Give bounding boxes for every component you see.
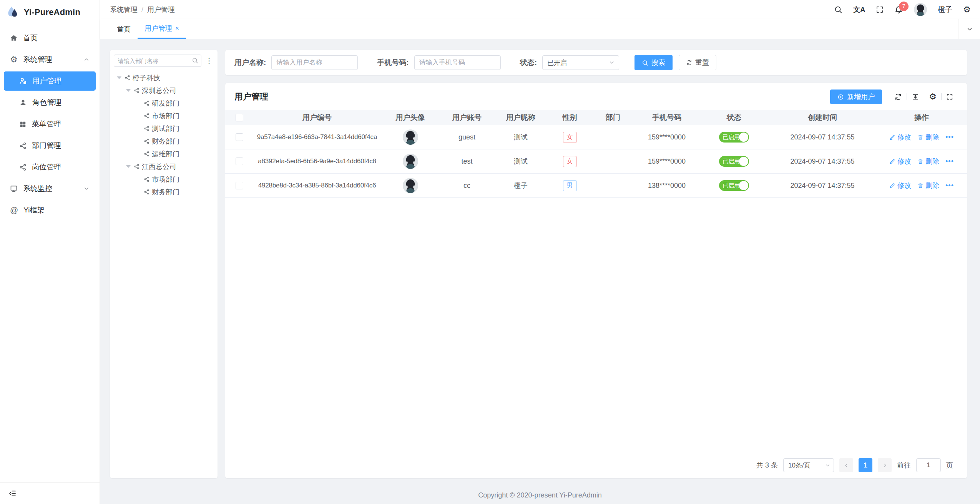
notification-badge: 7 <box>899 2 909 11</box>
app-logo[interactable]: Yi-PureAdmin <box>0 0 100 25</box>
delete-button[interactable]: 删除 <box>917 157 939 166</box>
column-header: 操作 <box>876 113 967 123</box>
status-toggle[interactable]: 已启用 <box>719 180 749 191</box>
add-user-button[interactable]: 新增用户 <box>830 90 882 104</box>
fullscreen-table-icon[interactable] <box>942 93 958 100</box>
tree-node[interactable]: 深圳总公司 <box>114 84 214 97</box>
edit-button[interactable]: 修改 <box>889 181 911 190</box>
goto-page-input[interactable] <box>916 458 941 472</box>
user-phone: 138****0000 <box>634 182 699 190</box>
column-header: 用户昵称 <box>494 113 548 123</box>
tree-node[interactable]: 江西总公司 <box>114 160 214 173</box>
user-icon <box>19 99 27 106</box>
tree-node[interactable]: 研发部门 <box>114 97 214 109</box>
created-time: 2024-09-07 14:37:55 <box>769 182 876 190</box>
status-toggle[interactable]: 已启用 <box>719 156 749 167</box>
status-toggle[interactable]: 已启用 <box>719 132 749 143</box>
row-density-icon[interactable] <box>907 93 924 101</box>
chevron-left-icon <box>844 463 849 468</box>
user-avatar[interactable] <box>914 3 927 16</box>
tree-node-label: 运维部门 <box>152 149 179 159</box>
tree-node[interactable]: 市场部门 <box>114 173 214 186</box>
table-title: 用户管理 <box>234 91 268 103</box>
sidebar-item-system[interactable]: ⚙ 系统管理 <box>4 50 96 69</box>
tree-node[interactable]: 测试部门 <box>114 122 214 135</box>
more-actions-button[interactable]: ••• <box>945 158 954 166</box>
sidebar-item-departments[interactable]: 部门管理 <box>4 136 96 155</box>
department-search-input[interactable] <box>114 55 201 67</box>
settings-gear-icon[interactable]: ⚙ <box>963 5 971 14</box>
sidebar-item-roles[interactable]: 角色管理 <box>4 93 96 112</box>
tree-node[interactable]: 运维部门 <box>114 148 214 160</box>
sidebar-item-monitor[interactable]: 系统监控 <box>4 179 96 198</box>
sidebar-item-label: 用户管理 <box>32 76 61 86</box>
chevron-down-icon <box>966 26 973 33</box>
page-size-select[interactable]: 10条/页 <box>783 458 834 472</box>
tab-home[interactable]: 首页 <box>110 19 138 39</box>
select-all-checkbox[interactable] <box>236 114 243 121</box>
refresh-table-icon[interactable] <box>890 93 907 101</box>
user-id: 4928be8d-3c34-a385-86bf-3a14dd60f4c6 <box>254 182 380 189</box>
column-header: 用户头像 <box>380 113 440 123</box>
reset-button-label: 重置 <box>695 58 709 67</box>
username-filter-input[interactable] <box>271 55 358 70</box>
table-header-row: 用户编号 用户头像 用户账号 用户昵称 性别 部门 手机号码 状态 创建时间 操… <box>225 110 967 125</box>
caret-down-icon[interactable] <box>117 76 121 79</box>
tree-node-label: 橙子科技 <box>133 73 160 83</box>
sidebar-item-label: 岗位管理 <box>32 162 61 172</box>
tree-node[interactable]: 财务部门 <box>114 135 214 148</box>
user-phone: 159****0000 <box>634 133 699 141</box>
search-button[interactable]: 搜索 <box>635 55 673 70</box>
tabs-menu-button[interactable] <box>958 19 980 39</box>
tree-node[interactable]: 橙子科技 <box>114 71 214 84</box>
sidebar-item-menus[interactable]: 菜单管理 <box>4 114 96 134</box>
sidebar-item-home[interactable]: 首页 <box>4 28 96 48</box>
user-nickname: 测试 <box>494 157 548 166</box>
close-tab-icon[interactable]: × <box>175 25 179 32</box>
more-actions-button[interactable]: ••• <box>945 133 954 141</box>
top-navbar: 系统管理 / 用户管理 文A 7 橙子 ⚙ <box>100 0 980 19</box>
user-lock-icon <box>19 77 27 85</box>
reset-button[interactable]: 重置 <box>679 55 716 70</box>
breadcrumb-parent[interactable]: 系统管理 <box>110 5 138 14</box>
page-number-button[interactable]: 1 <box>859 458 872 472</box>
home-icon <box>10 34 18 42</box>
tab-user-management[interactable]: 用户管理 × <box>138 19 186 39</box>
delete-button[interactable]: 删除 <box>917 181 939 190</box>
next-page-button[interactable] <box>878 458 892 472</box>
sidebar-item-users[interactable]: 用户管理 <box>4 71 96 91</box>
edit-button[interactable]: 修改 <box>889 133 911 142</box>
tree-node[interactable]: 财务部门 <box>114 186 214 198</box>
gear-icon: ⚙ <box>10 55 18 64</box>
phone-filter-input[interactable] <box>414 55 501 70</box>
username[interactable]: 橙子 <box>938 5 952 15</box>
user-id: 9a57a4e8-e196-663a-7841-3a14dd60f4ca <box>254 133 380 141</box>
fullscreen-icon[interactable] <box>876 6 884 13</box>
row-checkbox[interactable] <box>236 182 243 189</box>
dept-icon <box>144 189 149 195</box>
caret-down-icon[interactable] <box>126 89 131 92</box>
edit-button[interactable]: 修改 <box>889 157 911 166</box>
sidebar-item-framework[interactable]: @ Yi框架 <box>4 201 96 220</box>
pencil-icon <box>889 182 895 189</box>
table-toolbar: 新增用户 ⚙ <box>830 90 958 104</box>
breadcrumb-separator: / <box>141 6 143 14</box>
search-icon[interactable] <box>834 5 842 14</box>
status-filter-select[interactable]: 已开启 <box>542 55 619 70</box>
more-actions-button[interactable]: ••• <box>945 182 954 190</box>
dept-icon <box>144 126 149 131</box>
tree-node[interactable]: 市场部门 <box>114 109 214 122</box>
translate-icon[interactable]: 文A <box>853 5 865 14</box>
toggle-knob <box>739 133 748 142</box>
sidebar-item-posts[interactable]: 岗位管理 <box>4 158 96 177</box>
caret-down-icon[interactable] <box>126 165 131 168</box>
column-settings-icon[interactable]: ⚙ <box>924 93 941 101</box>
row-checkbox[interactable] <box>236 158 243 165</box>
search-icon <box>192 57 198 64</box>
delete-button[interactable]: 删除 <box>917 133 939 142</box>
notifications-button[interactable]: 7 <box>894 5 903 14</box>
more-options-icon[interactable]: ⋮ <box>204 57 214 65</box>
row-checkbox[interactable] <box>236 133 243 141</box>
prev-page-button[interactable] <box>839 458 853 472</box>
collapse-sidebar-icon[interactable] <box>8 489 17 497</box>
